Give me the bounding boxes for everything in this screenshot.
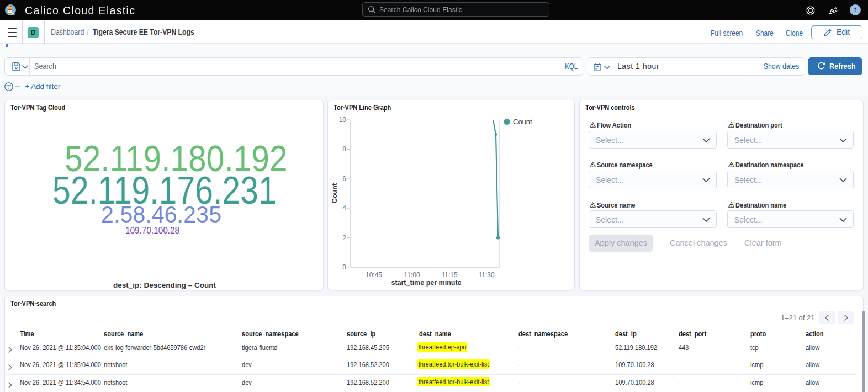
svg-text:2: 2 bbox=[342, 234, 346, 242]
svg-text:10: 10 bbox=[339, 116, 347, 124]
svg-text:11:00: 11:00 bbox=[404, 271, 420, 279]
svg-text:Count: Count bbox=[331, 183, 338, 203]
svg-text:11:15: 11:15 bbox=[441, 271, 457, 279]
svg-text:start_time per minute: start_time per minute bbox=[391, 279, 461, 287]
svg-text:11:30: 11:30 bbox=[478, 271, 494, 279]
svg-text:0: 0 bbox=[342, 263, 346, 271]
svg-text:6: 6 bbox=[342, 175, 346, 183]
svg-text:4: 4 bbox=[342, 204, 346, 212]
svg-text:10:45: 10:45 bbox=[366, 271, 382, 279]
svg-text:Count: Count bbox=[513, 118, 532, 126]
svg-text:8: 8 bbox=[342, 145, 346, 153]
